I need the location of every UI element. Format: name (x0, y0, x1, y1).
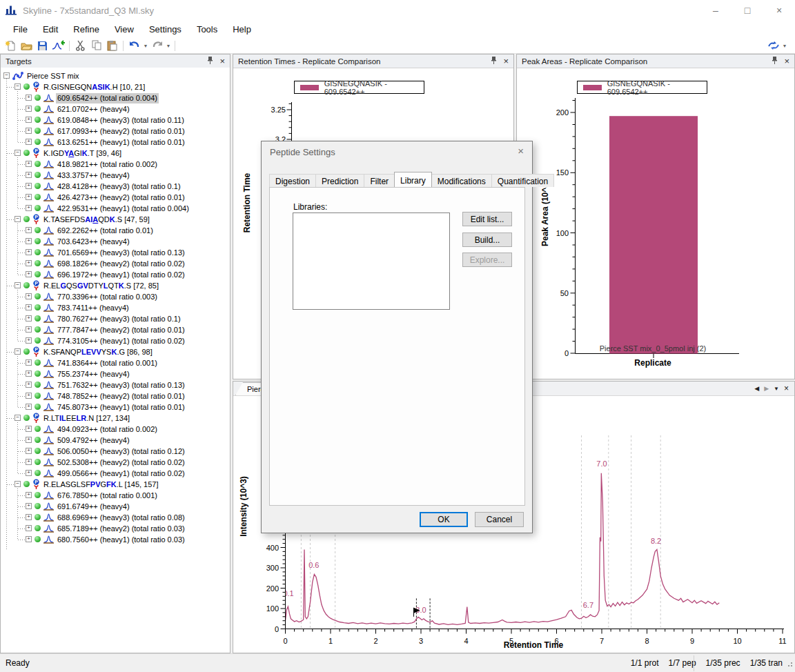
undo-dropdown-icon[interactable]: ▼ (142, 43, 149, 48)
dialog-tab-filter[interactable]: Filter (364, 174, 395, 187)
dialog-tab-quantification[interactable]: Quantification (491, 174, 554, 187)
tree-expander[interactable]: + (26, 315, 32, 322)
libraries-listbox[interactable] (293, 213, 450, 310)
tree-expander[interactable]: + (26, 448, 32, 454)
close-panel-icon[interactable]: × (219, 57, 225, 66)
tree-expander[interactable]: + (26, 183, 32, 189)
tree-expander[interactable]: + (26, 437, 32, 443)
tree-expander[interactable]: + (26, 95, 32, 101)
tree-expander[interactable]: − (14, 415, 21, 421)
close-button[interactable]: × (763, 0, 795, 21)
tree-expander[interactable]: + (26, 370, 32, 377)
redo-dropdown-icon[interactable]: ▼ (165, 43, 172, 48)
scroll-left-icon[interactable]: ◀ (754, 385, 759, 392)
dialog-close-icon[interactable]: × (518, 146, 524, 156)
new-document-icon[interactable] (3, 39, 19, 53)
tree-expander[interactable]: + (26, 238, 32, 244)
tree-expander[interactable]: + (26, 304, 32, 310)
cut-icon[interactable] (72, 39, 88, 53)
tree-expander[interactable]: + (26, 503, 32, 509)
tree-expander[interactable]: + (26, 271, 32, 277)
transition-peak-icon (43, 436, 54, 444)
menu-view[interactable]: View (107, 22, 141, 37)
tree-expander[interactable]: + (26, 359, 32, 366)
tree-expander[interactable]: + (26, 470, 32, 476)
status-dot-icon (35, 293, 41, 299)
resize-grip-icon[interactable] (786, 660, 794, 670)
minimize-button[interactable]: – (700, 0, 732, 21)
tree-expander[interactable]: − (14, 216, 21, 222)
tree-expander[interactable]: + (26, 139, 32, 145)
transition-label: 676.7850++ (total ratio 0.001) (56, 491, 159, 501)
close-panel-icon[interactable]: × (784, 57, 789, 66)
tree-expander[interactable]: + (26, 459, 32, 465)
pin-icon[interactable] (772, 56, 778, 66)
save-icon[interactable] (35, 39, 50, 53)
tree-expander[interactable]: + (26, 382, 32, 388)
menu-help[interactable]: Help (225, 22, 259, 37)
import-results-icon[interactable] (50, 39, 66, 53)
tree-expander[interactable]: + (26, 326, 32, 333)
tree-expander[interactable]: + (26, 293, 32, 299)
ok-button[interactable]: OK (420, 512, 468, 527)
open-icon[interactable] (19, 39, 35, 53)
tree-expander[interactable]: + (26, 404, 32, 410)
dialog-tab-digestion[interactable]: Digestion (269, 174, 316, 187)
build-button[interactable]: Build... (462, 233, 512, 247)
transition-label: 688.6969++ (heavy3) (total ratio 0.08) (56, 513, 186, 523)
tree-expander[interactable]: − (14, 150, 21, 156)
tree-expander[interactable]: + (26, 514, 32, 520)
tree-expander[interactable]: − (14, 282, 21, 288)
menu-settings[interactable]: Settings (141, 22, 189, 37)
tree-expander[interactable]: + (26, 260, 32, 266)
publish-dropdown-icon[interactable]: ▼ (781, 43, 788, 48)
tree-expander[interactable]: + (26, 525, 32, 531)
redo-icon[interactable] (149, 39, 165, 53)
window-list-icon[interactable]: ▼ (774, 386, 779, 392)
tree-expander[interactable]: + (26, 205, 32, 211)
tree-expander[interactable]: − (14, 83, 21, 90)
tree-expander[interactable]: + (26, 106, 32, 112)
tree-expander[interactable]: + (26, 492, 32, 498)
tree-expander[interactable]: − (3, 72, 10, 79)
copy-icon[interactable] (88, 39, 104, 53)
menu-tools[interactable]: Tools (189, 22, 225, 37)
targets-panel-title: Targets (6, 57, 32, 66)
dialog-tab-prediction[interactable]: Prediction (315, 174, 364, 187)
pin-icon[interactable] (491, 56, 497, 66)
svg-text:50: 50 (560, 289, 569, 297)
paste-icon[interactable] (104, 39, 120, 53)
edit-list-button[interactable]: Edit list... (462, 212, 512, 226)
svg-text:P: P (35, 82, 38, 87)
publish-to-panorama-icon[interactable] (765, 39, 781, 53)
close-panel-icon[interactable]: × (503, 57, 509, 66)
toolbar: ▼ ▼ ▼ (0, 38, 795, 54)
tree-expander[interactable]: + (26, 128, 32, 134)
peptide-icon: P (32, 214, 41, 224)
menu-refine[interactable]: Refine (66, 22, 107, 37)
svg-text:300: 300 (266, 564, 279, 572)
tree-expander[interactable]: + (26, 194, 32, 200)
tree-expander[interactable]: − (14, 348, 21, 355)
undo-icon[interactable] (126, 39, 142, 53)
tree-expander[interactable]: + (26, 393, 32, 399)
cancel-button[interactable]: Cancel (475, 512, 524, 527)
maximize-button[interactable]: □ (732, 0, 763, 21)
scroll-right-icon[interactable]: ▶ (764, 385, 769, 392)
pin-icon[interactable] (207, 56, 213, 66)
tree-expander[interactable]: + (26, 172, 32, 178)
tree-expander[interactable]: + (26, 227, 32, 233)
svg-text:0: 0 (565, 349, 569, 357)
dialog-tab-library[interactable]: Library (394, 172, 432, 187)
tree-expander[interactable]: + (26, 536, 32, 542)
close-panel-icon[interactable]: × (784, 384, 789, 393)
tree-expander[interactable]: + (26, 161, 32, 167)
tree-expander[interactable]: + (26, 426, 32, 432)
tree-expander[interactable]: − (14, 481, 21, 487)
dialog-tab-modifications[interactable]: Modifications (431, 174, 492, 187)
tree-expander[interactable]: + (26, 337, 32, 344)
menu-file[interactable]: File (6, 22, 35, 37)
tree-expander[interactable]: + (26, 117, 32, 123)
tree-expander[interactable]: + (26, 249, 32, 255)
menu-edit[interactable]: Edit (35, 22, 66, 37)
